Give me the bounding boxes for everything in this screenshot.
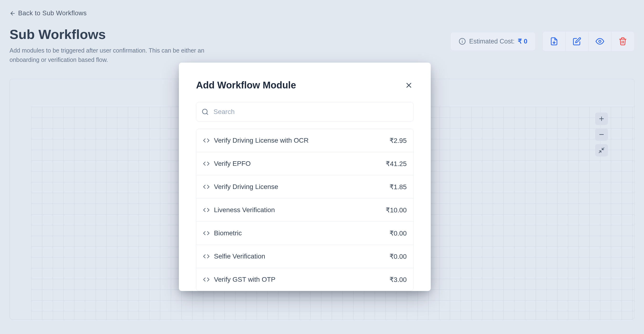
module-row[interactable]: Verify Driving License with OCR₹2.95: [196, 129, 413, 152]
cost-label: Estimated Cost:: [469, 38, 515, 45]
search-input[interactable]: [214, 108, 408, 116]
module-name: Verify EPFO: [214, 160, 251, 168]
module-name: Liveness Verification: [214, 206, 275, 214]
module-price: ₹41.25: [386, 160, 407, 168]
module-row[interactable]: Selfie Verification₹0.00: [196, 245, 413, 268]
module-price: ₹3.00: [390, 276, 407, 284]
code-icon: [203, 184, 210, 190]
fit-view-icon: [598, 147, 605, 154]
add-module-modal: Add Workflow Module Verify Driving Licen…: [179, 63, 431, 291]
module-price: ₹10.00: [386, 206, 407, 214]
module-list: Verify Driving License with OCR₹2.95Veri…: [196, 129, 413, 291]
toolbar: [542, 31, 634, 51]
module-row[interactable]: Verify EPFO₹41.25: [196, 152, 413, 175]
plus-icon: [598, 115, 605, 122]
search-field[interactable]: [196, 102, 414, 122]
code-icon: [203, 160, 210, 167]
code-icon: [203, 230, 210, 237]
zoom-out-button[interactable]: [595, 128, 608, 141]
estimated-cost-pill: Estimated Cost: ₹ 0: [450, 32, 536, 51]
module-row[interactable]: Verify Driving License₹1.85: [196, 175, 413, 199]
close-button[interactable]: [404, 81, 414, 90]
module-row[interactable]: Liveness Verification₹10.00: [196, 199, 413, 222]
back-link-label: Back to Sub Workflows: [18, 10, 87, 17]
zoom-in-button[interactable]: [595, 112, 608, 125]
fit-view-button[interactable]: [595, 144, 608, 156]
module-price: ₹0.00: [390, 229, 407, 237]
preview-button[interactable]: [588, 32, 611, 51]
trash-icon: [618, 37, 627, 46]
export-button[interactable]: [543, 32, 566, 51]
modal-title: Add Workflow Module: [196, 80, 296, 91]
code-icon: [203, 137, 210, 144]
module-name: Verify Driving License with OCR: [214, 137, 309, 144]
close-icon: [405, 81, 413, 89]
code-icon: [203, 276, 210, 283]
back-link[interactable]: Back to Sub Workflows: [10, 10, 87, 17]
edit-icon: [573, 37, 581, 46]
svg-line-7: [602, 148, 604, 149]
minus-icon: [598, 131, 605, 138]
code-icon: [203, 207, 210, 213]
edit-button[interactable]: [566, 32, 588, 51]
svg-line-8: [599, 151, 601, 153]
cost-value: ₹ 0: [518, 38, 527, 45]
module-name: Verify Driving License: [214, 183, 278, 191]
svg-line-12: [206, 113, 208, 114]
eye-icon: [596, 37, 604, 46]
arrow-left-icon: [10, 10, 16, 17]
svg-point-3: [599, 40, 601, 43]
module-price: ₹2.95: [390, 137, 407, 144]
search-icon: [202, 108, 209, 115]
file-export-icon: [550, 37, 558, 46]
module-row[interactable]: Biometric₹0.00: [196, 222, 413, 245]
page-title: Sub Workflows: [10, 27, 205, 42]
info-icon: [459, 38, 466, 45]
delete-button[interactable]: [611, 32, 634, 51]
code-icon: [203, 253, 210, 260]
module-name: Biometric: [214, 229, 242, 237]
module-price: ₹0.00: [390, 253, 407, 260]
module-row[interactable]: Verify GST with OTP₹3.00: [196, 268, 413, 291]
page-subtitle: Add modules to be triggered after user c…: [10, 46, 205, 65]
module-name: Verify GST with OTP: [214, 276, 276, 283]
module-price: ₹1.85: [390, 183, 407, 191]
module-name: Selfie Verification: [214, 253, 265, 260]
